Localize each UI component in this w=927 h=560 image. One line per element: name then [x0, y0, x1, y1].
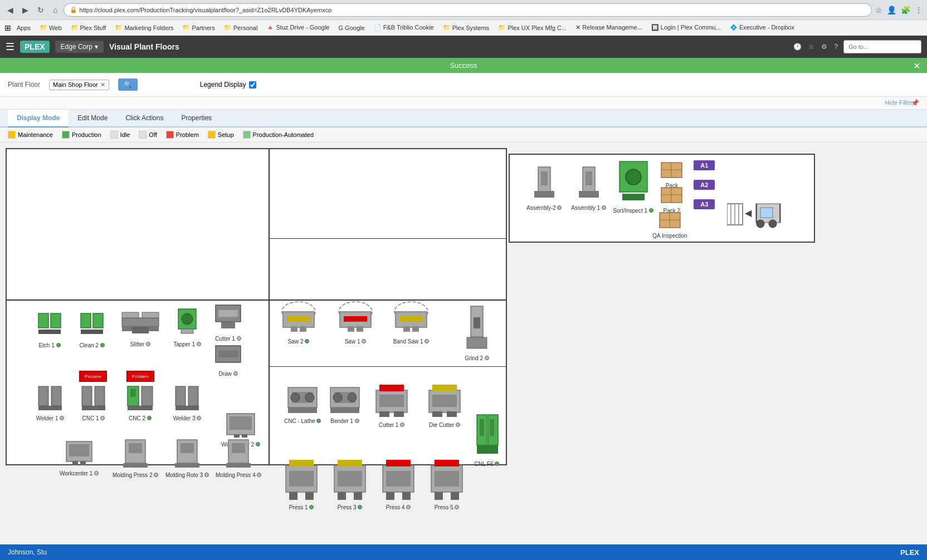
machine-workcenter1[interactable]: Workcenter 1 [60, 439, 99, 477]
bookmark-partners[interactable]: Partners [179, 23, 218, 32]
machine-assembly2[interactable]: Assembly-2 [526, 166, 562, 211]
machine-cnc2[interactable]: CNC 2 [125, 382, 155, 421]
svg-rect-55 [69, 444, 89, 456]
machine-assembly1[interactable]: Assembly 1 [571, 166, 606, 211]
machine-molding-press4[interactable]: Molding Press 4 [216, 439, 261, 478]
machine-cnlf6[interactable]: CNL F6 [472, 414, 501, 467]
legend-display-checkbox[interactable] [249, 81, 256, 89]
machine-cutter1-right[interactable]: Cutter 1 [372, 380, 412, 428]
machine-a1[interactable]: A1 [694, 160, 715, 170]
bookmark-fb[interactable]: 📄 F&B Triblio Cookie [370, 23, 437, 32]
svg-rect-31 [399, 316, 423, 322]
tab-display-mode[interactable]: Display Mode [8, 110, 69, 127]
plex-logo-bottom: PLEX [900, 548, 919, 557]
bookmark-apps[interactable]: Apps [13, 23, 34, 32]
bookmark-plexux[interactable]: Plex UX Plex Mfg C... [495, 23, 570, 32]
machine-pack2[interactable]: Pack 2 [659, 185, 684, 214]
status-bar: Johnson, Stu PLEX [0, 544, 927, 560]
back-button[interactable]: ◀ [4, 4, 16, 16]
section-divider-h3 [269, 366, 506, 367]
bookmark-stuz[interactable]: 🔺 Stuz Drive - Google [263, 23, 333, 32]
machine-die-cutter[interactable]: Die Cutter [425, 380, 465, 428]
machine-cnc-lathe[interactable]: CNC - Lathe [284, 382, 321, 424]
machine-bender1[interactable]: Bender 1 [328, 382, 362, 424]
refresh-button[interactable]: ↻ [35, 4, 47, 16]
machine-clean2[interactable]: Clean 2 [78, 311, 106, 348]
loading-dock: ◀ [727, 199, 783, 232]
bookmark-login[interactable]: 🔲 Login | Plex Commu... [648, 23, 724, 32]
history-icon[interactable]: 🕐 [793, 43, 802, 51]
machine-qa-inspection[interactable]: QA Inspection [652, 210, 687, 239]
extension-icon[interactable]: 🧩 [901, 6, 910, 14]
svg-rect-108 [435, 460, 459, 466]
machine-bandsaw1[interactable]: Band Saw 1 [391, 299, 431, 345]
bookmark-release[interactable]: ✕ Release Manageme... [572, 23, 646, 32]
machine-a3[interactable]: A3 [694, 199, 715, 209]
hide-filters-link[interactable]: Hide Filters [885, 99, 916, 106]
browser-icons: ☆ 👤 🧩 ⋮ [875, 6, 923, 14]
machine-tapper1[interactable]: Tapper 1 [173, 308, 202, 347]
machine-cutter1-top[interactable]: Cutter 1 [213, 302, 243, 342]
machine-pack[interactable]: Pack [659, 160, 684, 189]
bookmark-personal[interactable]: Personal [221, 23, 261, 32]
help-icon[interactable]: ? [834, 43, 838, 51]
svg-rect-46 [128, 406, 153, 410]
legend-display-section: Legend Display [200, 81, 257, 89]
machine-press5[interactable]: Press 5 [427, 454, 467, 510]
svg-rect-96 [305, 492, 314, 500]
bookmark-plexsys[interactable]: Plex Systems [440, 23, 493, 32]
svg-rect-140 [779, 204, 780, 223]
machine-press4[interactable]: Press 4 [378, 454, 418, 510]
profile-icon[interactable]: 👤 [887, 6, 896, 14]
svg-rect-101 [354, 492, 362, 500]
machine-draw[interactable]: Draw [213, 343, 243, 377]
edge-corp-dropdown[interactable]: Edge Corp ▾ [55, 41, 104, 53]
bookmark-web[interactable]: Web [36, 23, 65, 32]
tab-click-actions[interactable]: Click Actions [116, 110, 172, 127]
machine-a2[interactable]: A2 [694, 180, 715, 190]
star-icon[interactable]: ☆ [808, 43, 814, 51]
svg-rect-104 [386, 471, 411, 487]
bookmark-google[interactable]: G Google [335, 23, 368, 32]
bookmark-icon[interactable]: ☆ [875, 6, 882, 14]
svg-rect-18 [218, 351, 238, 357]
plant-floor-value: Main Shop Floor [53, 81, 98, 88]
svg-rect-59 [129, 443, 142, 453]
machine-cnc1[interactable]: CNC 1 [79, 382, 108, 421]
menu-icon[interactable]: ⋮ [915, 6, 923, 14]
machine-press1[interactable]: Press 1 [281, 454, 321, 510]
svg-rect-56 [72, 461, 78, 465]
machine-grind2[interactable]: Grind 2 [462, 305, 491, 361]
machine-etch1[interactable]: Etch 1 [36, 311, 64, 348]
machine-molding-press2[interactable]: Molding Press 2 [113, 439, 158, 478]
bookmark-marketing[interactable]: Marketing Folders [111, 23, 177, 32]
machine-slitter[interactable]: Slitter [121, 308, 160, 347]
settings-icon[interactable]: ⚙ [821, 43, 827, 51]
canvas-area[interactable]: Etch 1 Clean 2 Slitter [0, 143, 927, 547]
hamburger-menu[interactable]: ☰ [6, 41, 14, 53]
tab-properties[interactable]: Properties [172, 110, 221, 127]
apps-icon[interactable]: ⊞ [4, 23, 11, 32]
url-bar[interactable]: 🔒 https://cloud.plex.com/ProductionTrack… [64, 3, 872, 17]
forward-button[interactable]: ▶ [19, 4, 31, 16]
machine-saw2[interactable]: Saw 2 [279, 299, 319, 345]
machine-molding-roto3[interactable]: Molding Roto 3 [165, 439, 209, 478]
current-user: Johnson, Stu [8, 548, 47, 556]
machine-welder3[interactable]: Welder 3 [173, 382, 202, 421]
machine-welder1[interactable]: Welder 1 [36, 382, 65, 421]
svg-rect-139 [756, 204, 757, 223]
search-button[interactable]: 🔍 [118, 78, 138, 91]
machine-sort-inspect1[interactable]: Sort/Inspect 1 [613, 160, 653, 214]
tab-edit-mode[interactable]: Edit Mode [69, 110, 116, 127]
plant-floor-label: Plant Floor [8, 81, 40, 89]
svg-rect-71 [288, 407, 317, 413]
home-button[interactable]: ⌂ [50, 4, 60, 16]
app-header: ☰ PLEX Edge Corp ▾ Visual Plant Floors 🕐… [0, 36, 927, 58]
bookmark-exec[interactable]: 💠 Executive - Dropbox [726, 23, 798, 32]
machine-saw1[interactable]: Saw 1 [335, 299, 375, 345]
bookmark-plexstuff[interactable]: Plex Stuff [67, 23, 110, 32]
remove-filter-button[interactable]: ✕ [100, 81, 105, 89]
goto-input[interactable] [843, 40, 921, 53]
machine-press3[interactable]: Press 3 [330, 454, 370, 510]
success-close-button[interactable]: ✕ [913, 60, 920, 71]
